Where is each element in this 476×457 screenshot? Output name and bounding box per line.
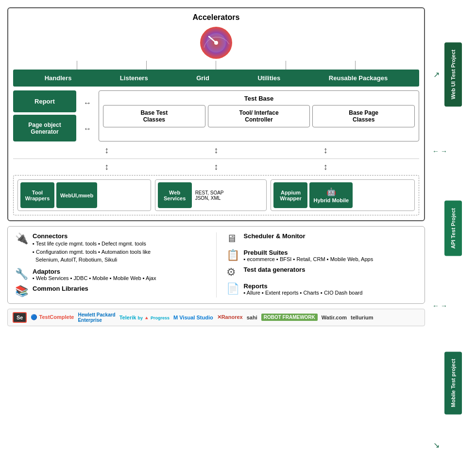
bar-utilities: Utilities	[257, 74, 280, 82]
test-data-text: Test data generators	[244, 266, 306, 273]
v-arrow-3: ↕	[323, 145, 328, 156]
robot-logo: ROBOT FRAMEWORK	[261, 314, 318, 321]
connectors-detail: ▪ Test life cycle mgmt. tools ▪ Defect m…	[33, 240, 151, 264]
ranorex-logo: ✕Ranorex	[217, 314, 243, 320]
v-arrow-5: ↕	[214, 162, 218, 172]
scheduler-text: Scheduler & Monitor	[244, 232, 306, 240]
left-arrow-2: ←	[432, 302, 439, 310]
main-container: Accelerators	[0, 0, 476, 457]
test-base-items: Base TestClasses Tool/ InterfaceControll…	[103, 105, 415, 127]
scheduler-item: 🖥 Scheduler & Monitor	[226, 232, 418, 245]
common-libs-text: Common Libraries	[33, 285, 88, 292]
reports-title: Reports	[244, 282, 363, 290]
adaptors-detail: ▪ Web Services ▪ JDBC ▪ Mobile ▪ Mobile …	[33, 275, 156, 281]
tool-interface-controller: Tool/ InterfaceController	[208, 105, 310, 127]
sidebar-arrows-row-2: ← →	[432, 300, 474, 311]
tool-group-1: ToolWrappers WebUI,mweb	[17, 179, 151, 211]
line1	[77, 61, 77, 70]
line3	[216, 61, 216, 70]
webui-btn: WebUI,mweb	[56, 182, 97, 208]
mobile-icons: 🤖	[326, 187, 336, 196]
middle-section: Report Page objectGenerator ↔ ↔ Test Bas…	[13, 90, 419, 141]
right-arrow-2: →	[441, 302, 447, 310]
base-test-classes: Base TestClasses	[103, 105, 205, 127]
hp-logo: Hewlett PackardEnterprise	[78, 312, 115, 323]
tellurium-logo: tellurium	[351, 315, 373, 320]
reports-item: 📄 Reports ▪ Allure ▪ Extent reports ▪ Ch…	[226, 282, 418, 296]
green-bar: Handlers Listeners Grid Utilities Reusab…	[13, 70, 419, 87]
line4	[286, 61, 286, 70]
sidebar-mobile: ↘ Mobile Test project	[432, 311, 474, 455]
prebuilt-detail: ▪ ecommerce ▪ BFSI ▪ Retail, CRM ▪ Mobil…	[244, 256, 374, 262]
tool-wrappers-btn: ToolWrappers	[20, 182, 54, 208]
reports-detail: ▪ Allure ▪ Extent reports ▪ Charts ▪ CIO…	[244, 290, 363, 296]
selenium-logo: Se	[13, 312, 27, 323]
bottom-left: 🔌 Connectors ▪ Test life cycle mgmt. too…	[15, 232, 206, 298]
mobile-badge: Mobile Test project	[444, 352, 462, 414]
adaptors-title: Adaptors	[33, 268, 156, 275]
bar-handlers: Handlers	[45, 74, 72, 82]
common-libs-item: 📚 Common Libraries	[15, 285, 206, 298]
common-libs-title: Common Libraries	[33, 285, 88, 292]
vertical-arrows-2: ↕ ↕ ↕	[13, 160, 419, 174]
footer-tools: Se 🔵 TestComplete Hewlett PackardEnterpr…	[7, 309, 425, 326]
prebuilt-title: Prebuilt Suites	[244, 249, 374, 256]
test-data-item: ⚙ Test data generators	[226, 266, 418, 279]
v-arrow-2: ↕	[214, 145, 218, 156]
visualstudio-logo: M Visual Studio	[173, 315, 213, 320]
right-arrow-1: →	[441, 147, 447, 155]
web-services-btn: WebServices	[158, 182, 192, 208]
svg-point-3	[214, 41, 218, 45]
api-badge: API Test Project	[444, 201, 462, 256]
bi-arrows: ↔ ↔	[81, 90, 94, 141]
test-base-title: Test Base	[103, 95, 415, 102]
sidebar-api: API Test Project	[432, 157, 474, 300]
test-data-title: Test data generators	[244, 266, 306, 273]
v-arrow-1: ↕	[104, 145, 109, 156]
bottom-right: 🖥 Scheduler & Monitor 📋 Prebuilt Suites …	[226, 232, 418, 298]
sahi-logo: sahi	[247, 315, 257, 320]
tool-group-2: WebServices REST, SOAPJSON, XML	[155, 179, 267, 211]
bottom-divider	[216, 232, 217, 298]
test-base-box: Test Base Base TestClasses Tool/ Interfa…	[99, 90, 419, 141]
connectors-item: 🔌 Connectors ▪ Test life cycle mgmt. too…	[15, 232, 206, 264]
left-buttons: Report Page objectGenerator	[13, 90, 76, 141]
hybrid-mobile-btn: 🤖 Hybrid Mobile	[309, 182, 353, 208]
testcomplete-logo: 🔵 TestComplete	[31, 314, 74, 320]
prebuilt-text: Prebuilt Suites ▪ ecommerce ▪ BFSI ▪ Ret…	[244, 249, 374, 262]
telerik-logo: Telerik by 🔺 Progress	[119, 315, 170, 320]
report-button: Report	[13, 90, 76, 112]
watir-logo: Watir.com	[322, 315, 347, 320]
tools-row: ToolWrappers WebUI,mweb WebServices REST…	[17, 179, 415, 211]
arch-title: Accelerators	[13, 13, 419, 22]
appium-btn: AppiumWrapper	[273, 182, 307, 208]
bottom-info: 🔌 Connectors ▪ Test life cycle mgmt. too…	[7, 226, 425, 304]
adaptors-item: 🔧 Adaptors ▪ Web Services ▪ JDBC ▪ Mobil…	[15, 268, 206, 281]
base-page-classes: Base PageClasses	[312, 105, 415, 127]
line2	[146, 61, 147, 70]
connectors-title: Connectors	[33, 232, 151, 240]
connectors-text: Connectors ▪ Test life cycle mgmt. tools…	[33, 232, 151, 264]
tools-section: ToolWrappers WebUI,mweb WebServices REST…	[13, 175, 419, 215]
adaptors-icon: 🔧	[15, 268, 29, 281]
rest-soap-label: REST, SOAPJSON, XML	[194, 182, 225, 208]
scheduler-icon: 🖥	[226, 232, 240, 245]
arch-diagram: Accelerators	[7, 7, 425, 221]
bar-listeners: Listeners	[120, 74, 148, 82]
right-sidebar: ↗ Web UI Test Project ← → API Test Proje…	[432, 0, 476, 457]
common-libs-icon: 📚	[15, 285, 29, 298]
prebuilt-icon: 📋	[226, 249, 240, 262]
arrow-mobile-bottom: ↘	[433, 440, 440, 450]
left-arrow-1: ←	[432, 147, 439, 155]
arrow-up: ↔	[84, 99, 91, 107]
h-divider	[13, 158, 419, 159]
sidebar-web-ui: ↗ Web UI Test Project	[432, 2, 474, 146]
bar-grid: Grid	[196, 74, 209, 82]
line5	[355, 61, 356, 70]
prebuilt-item: 📋 Prebuilt Suites ▪ ecommerce ▪ BFSI ▪ R…	[226, 249, 418, 262]
v-arrow-6: ↕	[323, 162, 328, 172]
hybrid-label: Hybrid Mobile	[313, 197, 349, 203]
bar-reusable: Reusable Packages	[329, 74, 388, 82]
vertical-arrows: ↕ ↕ ↕	[13, 144, 419, 157]
tool-group-3: AppiumWrapper 🤖 Hybrid Mobile	[271, 179, 415, 211]
